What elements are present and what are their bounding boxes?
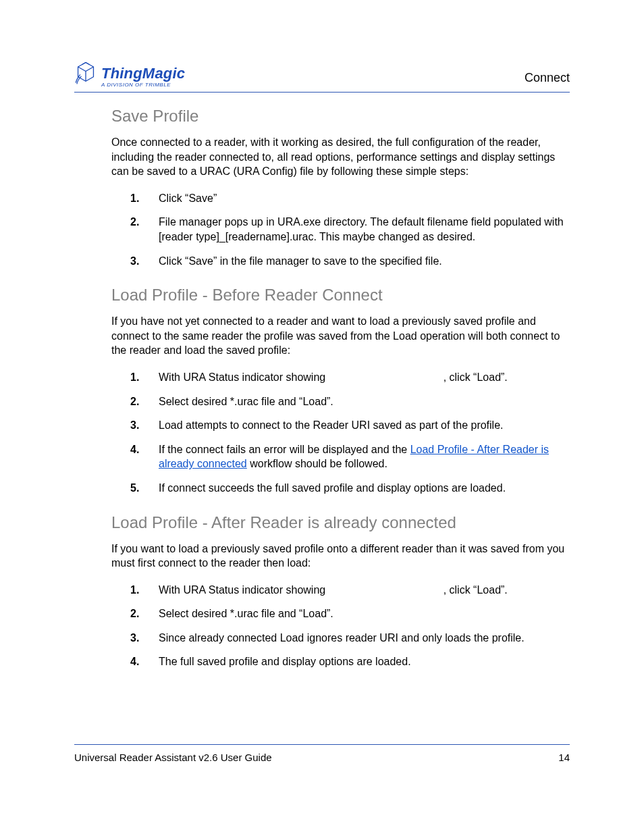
- page: ThingMagic A DIVISION OF TRIMBLE Connect…: [0, 0, 644, 834]
- footer-guide-title: Universal Reader Assistant v2.6 User Gui…: [74, 752, 272, 763]
- step-text: If connect succeeds the full saved profi…: [159, 481, 570, 496]
- step-text: With URA Status indicator showing , clic…: [159, 583, 570, 598]
- page-header: ThingMagic A DIVISION OF TRIMBLE Connect: [74, 53, 570, 93]
- step-text: With URA Status indicator showing , clic…: [159, 370, 570, 385]
- list-item: 3. Load attempts to connect to the Reade…: [111, 418, 570, 433]
- brand-name: ThingMagic: [101, 66, 185, 81]
- brand-tagline: A DIVISION OF TRIMBLE: [101, 82, 185, 88]
- load-before-steps: 1. With URA Status indicator showing , c…: [111, 370, 570, 496]
- list-item: 2. File manager pops up in URA.exe direc…: [111, 215, 570, 244]
- step-number: 3.: [111, 254, 159, 269]
- list-item: 2. Select desired *.urac file and “Load”…: [111, 394, 570, 409]
- list-item: 1. Click “Save”: [111, 191, 570, 206]
- list-item: 4. The full saved profile and display op…: [111, 654, 570, 669]
- section-heading: Connect: [525, 71, 570, 85]
- step-text: Select desired *.urac file and “Load”.: [159, 606, 570, 621]
- brand-logo: ThingMagic A DIVISION OF TRIMBLE: [74, 61, 185, 88]
- step-text: Since already connected Load ignores rea…: [159, 631, 570, 646]
- step-text: The full saved profile and display optio…: [159, 654, 570, 669]
- step-number: 1.: [111, 583, 159, 598]
- step-number: 5.: [111, 481, 159, 496]
- load-before-intro: If you have not yet connected to a reade…: [111, 314, 570, 358]
- step-text: If the connect fails an error will be di…: [159, 442, 570, 471]
- step-text-part-b: workflow should be followed.: [247, 458, 387, 469]
- step-text-part-a: With URA Status indicator showing: [159, 584, 329, 596]
- list-item: 2. Select desired *.urac file and “Load”…: [111, 606, 570, 621]
- step-number: 1.: [111, 370, 159, 385]
- step-number: 4.: [111, 442, 159, 457]
- list-item: 1. With URA Status indicator showing , c…: [111, 370, 570, 385]
- load-before-heading: Load Profile - Before Reader Connect: [111, 286, 570, 305]
- step-number: 3.: [111, 418, 159, 433]
- save-profile-steps: 1. Click “Save” 2. File manager pops up …: [111, 191, 570, 268]
- footer-page-number: 14: [558, 752, 570, 763]
- step-number: 2.: [111, 394, 159, 409]
- load-after-steps: 1. With URA Status indicator showing , c…: [111, 583, 570, 669]
- list-item: 3. Since already connected Load ignores …: [111, 631, 570, 646]
- step-text: File manager pops up in URA.exe director…: [159, 215, 570, 244]
- step-text: Select desired *.urac file and “Load”.: [159, 394, 570, 409]
- step-number: 4.: [111, 654, 159, 669]
- load-after-heading: Load Profile - After Reader is already c…: [111, 513, 570, 532]
- page-footer: Universal Reader Assistant v2.6 User Gui…: [74, 744, 570, 763]
- step-text: Click “Save”: [159, 191, 570, 206]
- save-profile-heading: Save Profile: [111, 107, 570, 126]
- brand-text: ThingMagic A DIVISION OF TRIMBLE: [101, 66, 185, 88]
- list-item: 4. If the connect fails an error will be…: [111, 442, 570, 471]
- step-text-part-a: If the connect fails an error will be di…: [159, 444, 410, 455]
- step-number: 2.: [111, 606, 159, 621]
- step-number: 2.: [111, 215, 159, 230]
- list-item: 5. If connect succeeds the full saved pr…: [111, 481, 570, 496]
- step-text-part-b: , click “Load”.: [444, 371, 508, 383]
- step-text-part-b: , click “Load”.: [444, 584, 508, 596]
- load-after-intro: If you want to load a previously saved p…: [111, 542, 570, 571]
- list-item: 3. Click “Save” in the file manager to s…: [111, 254, 570, 269]
- step-number: 3.: [111, 631, 159, 646]
- step-text: Load attempts to connect to the Reader U…: [159, 418, 570, 433]
- save-profile-intro: Once connected to a reader, with it work…: [111, 135, 570, 179]
- thingmagic-cube-icon: [74, 61, 97, 88]
- page-content: Save Profile Once connected to a reader,…: [111, 107, 570, 687]
- step-text: Click “Save” in the file manager to save…: [159, 254, 570, 269]
- step-number: 1.: [111, 191, 159, 206]
- list-item: 1. With URA Status indicator showing , c…: [111, 583, 570, 598]
- step-text-part-a: With URA Status indicator showing: [159, 371, 329, 383]
